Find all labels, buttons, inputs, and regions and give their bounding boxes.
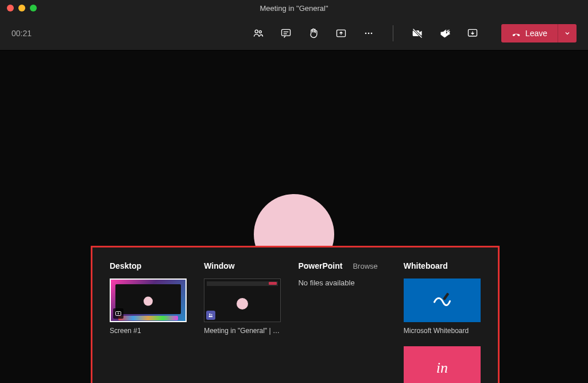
meeting-toolbar: 00:21 × Leave [0, 16, 588, 51]
share-overlay-icon [113, 308, 123, 319]
hangup-icon [512, 29, 521, 38]
whiteboard-icon [432, 290, 452, 311]
window-controls [7, 5, 37, 11]
leave-button[interactable]: Leave [501, 24, 558, 42]
svg-point-17 [211, 314, 212, 315]
powerpoint-label: PowerPoint [298, 261, 342, 270]
participants-icon[interactable] [253, 28, 264, 39]
raise-hand-icon[interactable] [308, 28, 319, 39]
chat-icon[interactable] [280, 28, 292, 39]
desktop-header: Desktop [110, 261, 187, 270]
teams-app-icon [206, 311, 215, 320]
download-icon[interactable] [467, 28, 478, 39]
mic-muted-icon[interactable]: × [439, 28, 451, 39]
svg-point-1 [259, 30, 261, 33]
thumb-avatar [144, 297, 153, 306]
toolbar-divider [393, 25, 393, 41]
thumb-dock [118, 316, 178, 320]
leave-button-group: Leave [501, 24, 577, 42]
powerpoint-header: PowerPoint Browse [298, 261, 386, 270]
share-column-window: Window Meeting in "General" | M... [204, 261, 281, 383]
svg-point-7 [368, 32, 370, 34]
whiteboard-header: Whiteboard [404, 261, 481, 270]
invision-icon: in [436, 359, 448, 377]
close-window-button[interactable] [7, 5, 14, 11]
share-column-whiteboard: Whiteboard Microsoft Whiteboard in Freeh… [404, 261, 481, 383]
svg-point-0 [255, 30, 258, 33]
camera-off-icon[interactable] [412, 28, 423, 39]
svg-point-8 [371, 32, 373, 34]
window-title: Meeting in "General" [260, 4, 328, 13]
leave-options-button[interactable] [558, 24, 577, 42]
minimize-window-button[interactable] [18, 5, 25, 11]
share-desktop-screen-1[interactable] [110, 278, 187, 322]
whiteboard-ms-label: Microsoft Whiteboard [404, 327, 481, 335]
svg-point-6 [365, 32, 367, 34]
share-tray: Desktop Screen #1 Window [91, 246, 500, 383]
window-header: Window [204, 261, 281, 270]
share-column-desktop: Desktop Screen #1 [110, 261, 187, 383]
meeting-stage: Desktop Screen #1 Window [0, 51, 588, 383]
svg-rect-2 [281, 29, 290, 36]
share-window-teams[interactable] [204, 278, 281, 322]
browse-link[interactable]: Browse [353, 262, 377, 270]
whiteboard-invision[interactable]: in [404, 346, 481, 383]
toolbar-actions: × Leave [253, 24, 577, 42]
chevron-down-icon [564, 30, 571, 37]
leave-label: Leave [525, 29, 547, 38]
whiteboard-microsoft[interactable] [404, 278, 481, 322]
svg-point-16 [209, 314, 211, 315]
maximize-window-button[interactable] [30, 5, 37, 11]
window-item-label: Meeting in "General" | M... [204, 327, 281, 335]
desktop-item-label: Screen #1 [110, 327, 187, 335]
titlebar: Meeting in "General" [0, 0, 588, 16]
meeting-timer: 00:21 [11, 29, 32, 38]
thumb-toolbar [207, 281, 278, 286]
share-column-powerpoint: PowerPoint Browse No files available [298, 261, 386, 383]
more-options-icon[interactable] [363, 28, 374, 39]
thumb-avatar [237, 298, 248, 310]
share-screen-icon[interactable] [335, 28, 347, 39]
svg-rect-18 [443, 292, 449, 300]
no-files-message: No files available [298, 278, 386, 287]
